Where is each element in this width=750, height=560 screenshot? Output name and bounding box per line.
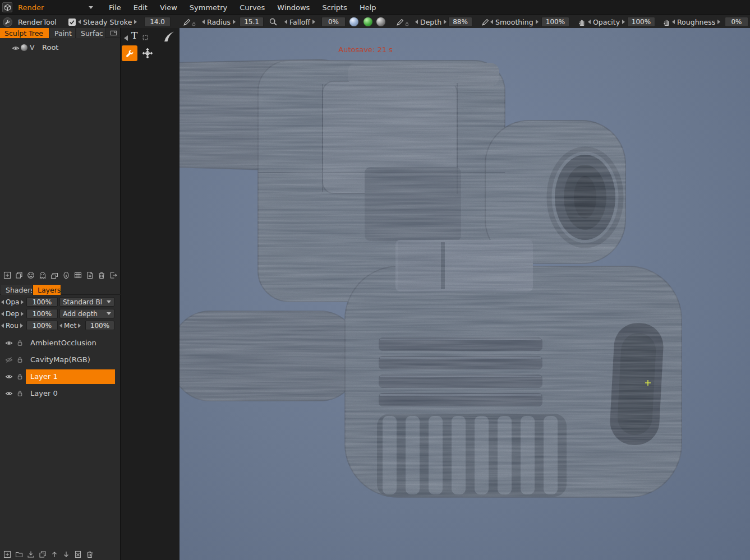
import-layer-button[interactable] bbox=[26, 549, 35, 559]
layer-row-ambient-occlusion[interactable]: AmbientOcclusion bbox=[0, 335, 121, 351]
decrease-arrow-icon[interactable] bbox=[588, 20, 591, 24]
sculpt-tree-root-row[interactable]: V Root bbox=[0, 41, 121, 54]
tab-layers[interactable]: Layers bbox=[33, 285, 61, 295]
layer-row-layer-1-selected[interactable]: Layer 1 bbox=[0, 368, 121, 385]
roughness-value[interactable]: 0% bbox=[725, 17, 748, 27]
decrease-arrow-icon[interactable] bbox=[284, 20, 287, 24]
exit-tool-button[interactable] bbox=[108, 270, 118, 280]
opacity-value[interactable]: 100% bbox=[627, 17, 655, 27]
new-layer-button[interactable] bbox=[2, 549, 12, 559]
polycount-button[interactable] bbox=[73, 270, 82, 280]
layer-metalness-spinner[interactable]: Met bbox=[59, 320, 81, 331]
room-mode-dropdown[interactable]: Render bbox=[15, 2, 96, 13]
panel-fold-icon[interactable] bbox=[110, 29, 117, 36]
text-tool-button[interactable]: T bbox=[131, 30, 137, 41]
falloff-curve-button[interactable] bbox=[269, 15, 278, 29]
menu-file[interactable]: File bbox=[103, 3, 127, 12]
layer-depth-value[interactable]: 100% bbox=[26, 309, 58, 318]
opacity-spinner[interactable]: Opacity bbox=[588, 15, 625, 29]
layer-roughness-spinner[interactable]: Rou bbox=[1, 320, 23, 331]
lock-icon[interactable] bbox=[16, 373, 24, 380]
move-layer-up-button[interactable] bbox=[49, 549, 59, 559]
tab-shaders[interactable]: Shaders bbox=[1, 285, 33, 295]
shader-ball-green-button[interactable] bbox=[364, 15, 372, 29]
layer-depth-spinner[interactable]: Dep bbox=[1, 308, 24, 320]
decrease-arrow-icon[interactable] bbox=[1, 323, 4, 328]
lock-icon[interactable] bbox=[16, 356, 24, 363]
root-volume-label[interactable]: Root bbox=[42, 43, 58, 52]
visibility-eye-icon[interactable] bbox=[12, 44, 20, 52]
layer-metalness-value[interactable]: 100% bbox=[85, 321, 114, 330]
menu-scripts[interactable]: Scripts bbox=[316, 3, 353, 12]
increase-arrow-icon[interactable] bbox=[622, 20, 625, 24]
decrease-arrow-icon[interactable] bbox=[1, 312, 4, 316]
open-folder-button[interactable] bbox=[14, 549, 24, 559]
eye-icon[interactable] bbox=[5, 339, 13, 347]
clone-volume-button[interactable] bbox=[14, 270, 24, 280]
app-icon[interactable] bbox=[2, 2, 12, 12]
increase-arrow-icon[interactable] bbox=[78, 323, 81, 328]
radius-brush-icon-button[interactable] bbox=[183, 15, 191, 29]
depth-value[interactable]: 88% bbox=[448, 17, 472, 27]
depth-mode-dropdown[interactable]: Add depth bbox=[59, 309, 114, 318]
opacity-hand-icon-button[interactable] bbox=[578, 15, 586, 29]
decrease-arrow-icon[interactable] bbox=[78, 20, 81, 24]
depth-spinner[interactable]: Depth bbox=[415, 15, 447, 29]
ghost-all-button[interactable] bbox=[38, 270, 47, 280]
blend-mode-dropdown[interactable]: Standard Bl bbox=[59, 297, 114, 307]
layer-row-layer-0[interactable]: Layer 0 bbox=[0, 385, 121, 402]
roughness-spinner[interactable]: Roughness bbox=[672, 15, 720, 29]
falloff-value[interactable]: 0% bbox=[321, 17, 346, 27]
lock-icon[interactable] bbox=[16, 339, 24, 346]
decrease-arrow-icon[interactable] bbox=[1, 300, 4, 304]
eye-off-icon[interactable] bbox=[5, 356, 13, 364]
tab-surface[interactable]: Surfac bbox=[76, 28, 105, 38]
increase-arrow-icon[interactable] bbox=[21, 300, 24, 304]
menu-edit[interactable]: Edit bbox=[127, 3, 154, 12]
increase-arrow-icon[interactable] bbox=[134, 20, 137, 24]
increase-arrow-icon[interactable] bbox=[233, 20, 236, 24]
decrease-arrow-icon[interactable] bbox=[59, 323, 62, 328]
collapse-panel-icon[interactable] bbox=[124, 35, 128, 41]
voxel-mode-toggle[interactable]: V bbox=[30, 43, 35, 52]
tab-paint[interactable]: Paint bbox=[50, 28, 76, 38]
layer-row-cavity-map[interactable]: CavityMap(RGB) bbox=[0, 351, 121, 368]
decrease-arrow-icon[interactable] bbox=[202, 20, 205, 24]
shader-ball-half-button[interactable] bbox=[376, 15, 385, 29]
lock-icon[interactable] bbox=[16, 390, 24, 397]
decrease-arrow-icon[interactable] bbox=[415, 20, 418, 24]
object-info-button[interactable] bbox=[61, 270, 71, 280]
decrease-arrow-icon[interactable] bbox=[672, 20, 675, 24]
layer-opacity-value[interactable]: 100% bbox=[26, 297, 58, 307]
sculpt-model[interactable] bbox=[180, 28, 750, 560]
eye-icon[interactable] bbox=[5, 390, 13, 397]
increase-arrow-icon[interactable] bbox=[312, 20, 315, 24]
increase-arrow-icon[interactable] bbox=[21, 312, 24, 316]
layer-roughness-value[interactable]: 100% bbox=[26, 321, 58, 330]
ghost-mode-button[interactable] bbox=[26, 270, 35, 280]
current-tool-button[interactable] bbox=[3, 15, 12, 29]
steady-stroke-spinner[interactable]: Steady Stroke bbox=[78, 15, 137, 29]
increase-arrow-icon[interactable] bbox=[444, 20, 447, 24]
menu-view[interactable]: View bbox=[154, 3, 183, 12]
eye-icon[interactable] bbox=[5, 373, 13, 381]
smoothing-brush-icon-button[interactable] bbox=[481, 15, 490, 29]
radius-value[interactable]: 15.1 bbox=[240, 17, 264, 27]
roughness-hand-icon-button[interactable] bbox=[662, 15, 671, 29]
menu-windows[interactable]: Windows bbox=[271, 3, 316, 12]
increase-arrow-icon[interactable] bbox=[536, 20, 539, 24]
smoothing-value[interactable]: 100% bbox=[541, 17, 569, 27]
steady-stroke-value[interactable]: 14.0 bbox=[144, 17, 171, 27]
brush-stroke-icon[interactable] bbox=[163, 31, 176, 42]
clear-layer-button[interactable] bbox=[73, 549, 82, 559]
tab-sculpt-tree[interactable]: Sculpt Tree bbox=[0, 28, 49, 38]
export-object-button[interactable] bbox=[85, 270, 94, 280]
add-volume-button[interactable] bbox=[2, 270, 12, 280]
increase-arrow-icon[interactable] bbox=[717, 20, 720, 24]
shader-ball-blue-button[interactable] bbox=[349, 15, 358, 29]
rect-select-icon[interactable] bbox=[142, 34, 149, 41]
duplicate-layer-button[interactable] bbox=[38, 549, 47, 559]
3d-viewport[interactable]: Autosave: 21 s bbox=[180, 28, 750, 560]
increase-arrow-icon[interactable] bbox=[20, 323, 23, 328]
radius-spinner[interactable]: Radius bbox=[202, 15, 236, 29]
